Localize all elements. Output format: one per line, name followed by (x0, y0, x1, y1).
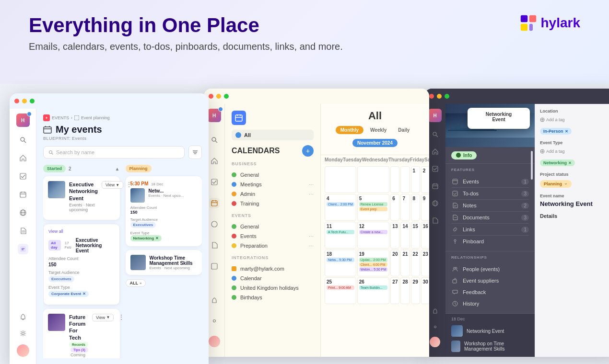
event-client-19[interactable]: Client... 4:00 PM (359, 262, 388, 267)
event-client-4[interactable]: Client... 2:00 PM (327, 202, 354, 206)
feature-links-row[interactable]: Links 1 (451, 224, 529, 236)
event-create-12[interactable]: Create a new... (359, 230, 388, 234)
event-prep-5[interactable]: Event prep (359, 207, 388, 211)
s3-nav-globe[interactable] (430, 198, 440, 208)
feature-pinboard-row[interactable]: Pinboard (451, 236, 529, 247)
cal-cell-4[interactable]: 4 Client... 2:00 PM (325, 194, 356, 221)
s2-nav-globe[interactable] (209, 219, 220, 229)
feature-notes-row[interactable]: Notes 2 (451, 200, 529, 212)
feature-documents-row[interactable]: Documents 3 (451, 212, 529, 224)
s2-nav-calendar-active[interactable] (209, 198, 220, 208)
event-netw-18[interactable]: Netw... 5:30 PM (327, 258, 354, 262)
cal-cell-11[interactable]: 11 A Tech Futu... (325, 222, 356, 249)
cal-item-training[interactable]: Training (232, 199, 314, 208)
screen1-avatar[interactable] (17, 344, 29, 357)
s2-nav-bell[interactable] (209, 296, 220, 306)
s3-avatar[interactable] (430, 337, 440, 347)
cal-cell-27[interactable]: 27 (390, 277, 399, 304)
event-webin-19[interactable]: Webin... 5:30 PM (359, 267, 388, 272)
planning-eventtype-remove[interactable]: ✕ (155, 236, 159, 240)
event-team-26[interactable]: Team Buildin... (359, 285, 388, 290)
cal-cell-13[interactable]: 13 (390, 222, 399, 249)
cal-cell-18[interactable]: 18 Netw... 5:30 PM (325, 250, 356, 276)
cal-cell-12[interactable]: 12 Create a new... (357, 222, 390, 249)
search-input[interactable]: Search by name (43, 146, 185, 159)
cal-cell-empty2[interactable] (357, 166, 390, 193)
cal-cell-empty3[interactable] (390, 166, 399, 193)
s3-nav-doc[interactable] (430, 215, 440, 226)
cal-item-email[interactable]: marty@hylark.com (232, 264, 314, 273)
view-button-future[interactable]: View ▼ (92, 314, 114, 321)
cal-cell-16[interactable]: 16 (421, 222, 429, 249)
event-renew-5[interactable]: Renew License (359, 202, 388, 206)
location-tag-remove[interactable]: ✕ (565, 129, 568, 134)
view-button-executive[interactable]: View ▼ (102, 181, 123, 189)
location-add-tag[interactable]: Add a tag (540, 117, 565, 122)
s3-nav-settings[interactable] (430, 321, 440, 332)
cal-cell-9[interactable]: 9 (421, 194, 429, 221)
sidebar-nav-globe[interactable] (18, 207, 28, 218)
feature-todos-row[interactable]: To-dos 3 (451, 188, 529, 200)
calendar-all-item[interactable]: All (232, 130, 314, 140)
sidebar-nav-calendar[interactable] (18, 189, 28, 200)
sidebar-nav-check[interactable] (18, 171, 28, 182)
cal-cell-25[interactable]: 25 Print... 9:00 AM (325, 277, 356, 304)
project-status-badge[interactable]: Planning (540, 180, 572, 188)
s2-nav-check[interactable] (209, 177, 220, 187)
cal-cell-empty1[interactable] (325, 166, 356, 193)
bottom-event-networking[interactable]: Networking Event (451, 323, 529, 339)
daily-view-btn[interactable]: Daily (393, 126, 414, 134)
cal-cell-14[interactable]: 14 (400, 222, 410, 249)
bottom-event-workshop[interactable]: Workshop on Time Management Skills (451, 339, 529, 354)
cal-item-admin[interactable]: Admin ⋯ (232, 189, 314, 199)
s3-nav-check[interactable] (430, 163, 440, 174)
cal-cell-1[interactable]: 1 (411, 166, 420, 193)
info-badge[interactable]: Info (451, 151, 477, 159)
s3-nav-bell[interactable] (430, 306, 440, 317)
sidebar-nav-home[interactable] (18, 153, 28, 163)
cal-cell-19[interactable]: 19 Updat... 2:00 PM Client... 4:00 PM We… (357, 250, 390, 276)
eventtype-tag-remove[interactable]: ✕ (82, 292, 86, 296)
add-calendar-button[interactable]: + (302, 145, 314, 157)
cal-cell-8[interactable]: 8 (411, 194, 420, 221)
cal-item-ev-general[interactable]: General (232, 222, 314, 231)
more-button-future[interactable]: ⋮ (117, 314, 125, 320)
event-updat-19[interactable]: Updat... 2:00 PM (359, 258, 388, 262)
cal-cell-21[interactable]: 21 (400, 250, 410, 276)
s2-avatar[interactable] (209, 336, 220, 347)
cal-cell-28[interactable]: 28 (400, 277, 410, 304)
s2-nav-events[interactable] (209, 261, 220, 272)
s2-nav-search[interactable] (209, 135, 220, 145)
feature-events-row[interactable]: Events 1 (451, 176, 529, 188)
sidebar-nav-doc[interactable] (18, 226, 28, 236)
event-print-25[interactable]: Print... 9:00 AM (327, 285, 354, 290)
view-all-link[interactable]: View all (48, 229, 63, 234)
cal-cell-30[interactable]: 30 (421, 277, 429, 304)
cal-cell-29[interactable]: 29 (411, 277, 420, 304)
eventtype-add-tag[interactable]: Add a tag (540, 149, 565, 154)
event-tech-11[interactable]: A Tech Futu... (327, 230, 354, 234)
filter-button[interactable] (188, 146, 202, 159)
cal-cell-20[interactable]: 20 (390, 250, 399, 276)
sidebar-nav-bell[interactable] (18, 312, 28, 322)
cal-item-calendar[interactable]: Calendar (232, 273, 314, 283)
cal-cell-5[interactable]: 5 Renew License Event prep (357, 194, 390, 221)
cal-cell-22[interactable]: 22 (411, 250, 420, 276)
monthly-view-btn[interactable]: Monthly (336, 126, 363, 134)
rel-people-row[interactable]: People (events) (451, 263, 529, 275)
s3-nav-search[interactable] (430, 129, 440, 139)
rel-history-row[interactable]: History (451, 298, 529, 309)
cal-cell-empty4[interactable] (400, 166, 410, 193)
sidebar-nav-events[interactable] (18, 244, 28, 254)
cal-item-uk-holidays[interactable]: United Kingdom holidays (232, 283, 314, 293)
s2-nav-settings[interactable] (209, 316, 220, 326)
s3-nav-home[interactable] (430, 146, 440, 157)
cal-cell-26[interactable]: 26 Team Buildin... (357, 277, 390, 304)
more-button-executive[interactable]: ⋮ (125, 181, 133, 189)
rel-feedback-row[interactable]: Feedback (451, 286, 529, 298)
eventtype-tag-right-remove[interactable]: ✕ (568, 161, 572, 165)
cal-cell-15[interactable]: 15 (411, 222, 420, 249)
cal-item-meetings[interactable]: Meetings ⋯ (232, 180, 314, 189)
cal-item-preparation[interactable]: Preparation ⋯ (232, 241, 314, 250)
sidebar-nav-settings[interactable] (18, 328, 28, 339)
